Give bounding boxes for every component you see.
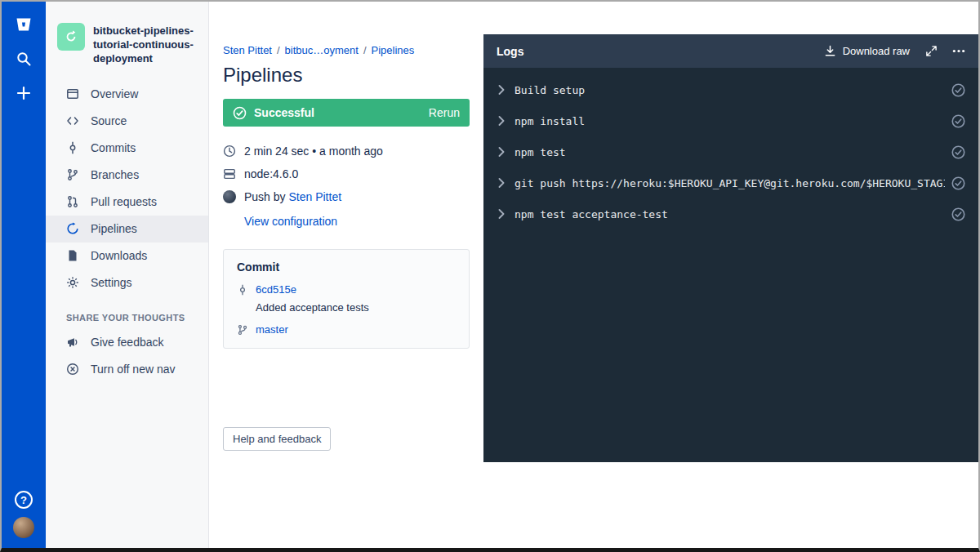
sidebar-item-pipelines[interactable]: Pipelines: [46, 216, 208, 243]
duration-text: 2 min 24 sec • a month ago: [244, 145, 383, 158]
push-author-link[interactable]: Sten Pittet: [288, 190, 341, 203]
log-step-npm-test[interactable]: npm test: [483, 136, 978, 167]
global-sidebar: ?: [2, 2, 46, 548]
sidebar-item-label: Downloads: [91, 249, 147, 262]
log-step-build-setup[interactable]: Build setup: [483, 74, 978, 105]
commit-icon: [237, 284, 248, 296]
download-icon: [824, 45, 837, 58]
commit-branch-row: master: [237, 323, 456, 336]
sidebar-item-downloads[interactable]: Downloads: [46, 243, 208, 269]
sidebar-item-label: Commits: [91, 141, 136, 154]
source-icon: [66, 114, 79, 127]
user-avatar[interactable]: [13, 517, 34, 538]
logs-header: Logs Download raw: [483, 34, 978, 68]
duration-row: 2 min 24 sec • a month ago: [223, 140, 470, 162]
sidebar-item-branches[interactable]: Branches: [46, 162, 208, 189]
log-step-label: npm test: [514, 146, 945, 158]
sidebar-item-label: Pipelines: [91, 222, 137, 235]
branch-icon: [237, 324, 248, 336]
main-content: Sten Pittet/bitbuc…oyment/Pipelines Pipe…: [209, 2, 978, 548]
megaphone-icon: [66, 336, 79, 349]
sidebar-item-label: Give feedback: [91, 336, 164, 349]
plus-icon[interactable]: [12, 82, 35, 105]
sidebar-item-give-feedback[interactable]: Give feedback: [46, 329, 208, 356]
search-icon[interactable]: [12, 47, 35, 70]
step-success-icon: [951, 207, 965, 221]
chevron-right-icon: [498, 85, 506, 95]
turn-off-icon: [66, 363, 79, 376]
success-check-icon: [233, 106, 247, 120]
repo-sidebar: bitbucket-pipelines-tutorial-continuous-…: [46, 2, 209, 548]
sidebar-item-commits[interactable]: Commits: [46, 135, 208, 162]
sidebar-item-label: Overview: [91, 87, 138, 100]
downloads-icon: [66, 249, 79, 262]
pull-requests-icon: [66, 195, 79, 208]
author-avatar: [223, 190, 236, 203]
rerun-button[interactable]: Rerun: [429, 106, 460, 119]
help-icon[interactable]: ?: [15, 491, 33, 509]
sidebar-section-header: SHARE YOUR THOUGHTS: [46, 296, 208, 329]
breadcrumb-owner-link[interactable]: Sten Pittet: [223, 44, 272, 56]
settings-icon: [66, 276, 79, 289]
chevron-right-icon: [498, 147, 506, 157]
chevron-right-icon: [498, 209, 506, 219]
sidebar-item-label: Branches: [91, 168, 139, 181]
commits-icon: [66, 141, 79, 154]
pipelines-icon: [66, 222, 79, 235]
breadcrumb-separator: /: [359, 44, 372, 56]
log-step-acceptance-test[interactable]: npm test acceptance-test: [483, 198, 978, 229]
sidebar-item-pull-requests[interactable]: Pull requests: [46, 189, 208, 216]
breadcrumb-repo-link[interactable]: bitbuc…oyment: [285, 44, 359, 56]
logs-panel: Logs Download raw Build setup: [483, 34, 978, 462]
build-meta: 2 min 24 sec • a month ago node:4.6.0 Pu…: [223, 140, 470, 231]
chevron-right-icon: [498, 178, 506, 188]
app-window: ? bitbucket-pipelines-tutorial-continuou…: [0, 0, 980, 552]
log-step-label: npm test acceptance-test: [514, 208, 945, 220]
sidebar-item-turn-off-new-nav[interactable]: Turn off new nav: [46, 356, 208, 383]
logs-title: Logs: [497, 45, 523, 58]
step-success-icon: [951, 114, 965, 128]
commit-message: Added acceptance tests: [256, 301, 456, 314]
download-raw-button[interactable]: Download raw: [824, 45, 910, 58]
sidebar-item-label: Settings: [91, 276, 132, 289]
breadcrumb-pipelines-link[interactable]: Pipelines: [372, 44, 415, 56]
status-banner: Successful Rerun: [223, 99, 470, 127]
sidebar-item-label: Pull requests: [91, 195, 157, 208]
sidebar-item-source[interactable]: Source: [46, 108, 208, 135]
repo-avatar[interactable]: [57, 23, 85, 51]
bitbucket-logo[interactable]: [12, 13, 35, 36]
step-success-icon: [951, 145, 965, 159]
view-configuration-link[interactable]: View configuration: [244, 215, 337, 228]
expand-icon[interactable]: [924, 45, 938, 58]
more-options-icon[interactable]: [952, 45, 965, 58]
log-step-label: npm install: [514, 115, 945, 127]
sidebar-item-label: Source: [91, 114, 127, 127]
download-raw-label: Download raw: [843, 45, 910, 57]
log-step-label: Build setup: [514, 84, 945, 96]
repo-name: bitbucket-pipelines-tutorial-continuous-…: [93, 23, 197, 66]
build-image-row: node:4.6.0: [223, 162, 470, 185]
push-author-row: Push by Sten Pittet: [223, 185, 470, 208]
branch-link[interactable]: master: [256, 323, 288, 336]
log-step-git-push[interactable]: git push https://heroku:$HEROKU_API_KEY@…: [483, 167, 978, 198]
step-success-icon: [951, 83, 965, 97]
log-step-npm-install[interactable]: npm install: [483, 105, 978, 136]
commit-card: Commit 6cd515e Added acceptance tests ma…: [223, 249, 470, 349]
commit-card-header: Commit: [237, 260, 456, 274]
help-and-feedback-button[interactable]: Help and feedback: [223, 427, 331, 451]
branches-icon: [66, 168, 79, 181]
page-title: Pipelines: [223, 64, 470, 87]
sidebar-item-overview[interactable]: Overview: [46, 81, 208, 108]
sidebar-item-label: Turn off new nav: [91, 363, 176, 376]
clock-icon: [223, 145, 236, 158]
push-text: Push by Sten Pittet: [244, 190, 341, 203]
log-steps: Build setup npm install npm test git pus…: [483, 68, 978, 229]
commit-hash-link[interactable]: 6cd515e: [256, 283, 296, 296]
chevron-right-icon: [498, 116, 506, 126]
breadcrumb-separator: /: [272, 44, 285, 56]
commit-hash-row: 6cd515e: [237, 283, 456, 296]
log-step-label: git push https://heroku:$HEROKU_API_KEY@…: [514, 177, 945, 189]
overview-icon: [66, 87, 79, 100]
sidebar-item-settings[interactable]: Settings: [46, 269, 208, 296]
build-image-icon: [223, 167, 236, 180]
